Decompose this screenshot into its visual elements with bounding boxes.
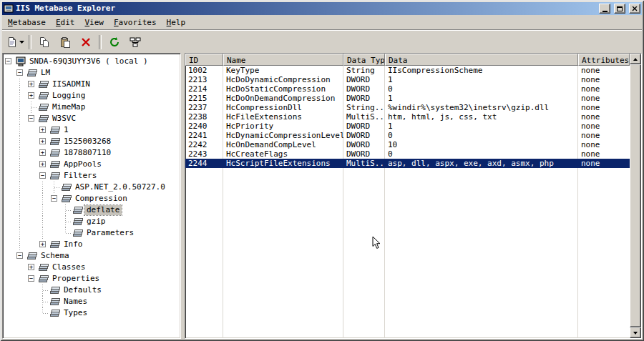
tree-item-label: IISADMIN: [50, 79, 92, 89]
tree-item-classes[interactable]: +Classes: [3, 262, 180, 273]
table-row[interactable]: 1002KeyTypeStringIIsCompressionSchemenon…: [185, 66, 630, 75]
menu-item-favorites[interactable]: Favorites: [109, 16, 162, 29]
vertical-scrollbar[interactable]: [630, 54, 641, 338]
table-row[interactable]: 2214HcDoStaticCompressionDWORD0none: [185, 84, 630, 94]
tree-item-1878807110[interactable]: +1878807110: [3, 147, 180, 159]
table-row[interactable]: 2237HcCompressionDllString...%windir%\sy…: [185, 103, 630, 112]
expand-icon[interactable]: +: [28, 264, 34, 270]
delete-button[interactable]: [76, 34, 96, 50]
menu-item-edit[interactable]: Edit: [51, 16, 80, 29]
tree-item-deflate[interactable]: deflate: [3, 204, 180, 216]
tree-item-info[interactable]: +Info: [3, 239, 180, 250]
table-body[interactable]: 1002KeyTypeStringIIsCompressionSchemenon…: [185, 66, 630, 338]
tree-item-schema[interactable]: −Schema: [3, 250, 180, 262]
metabase-key-icon: [60, 182, 73, 192]
expand-icon[interactable]: +: [39, 241, 46, 247]
expander-cell: −: [37, 170, 49, 182]
collapse-icon[interactable]: −: [16, 252, 23, 259]
tree-guide: [3, 159, 14, 170]
tree-item-filters[interactable]: −Filters: [3, 170, 180, 182]
menu-item-view[interactable]: View: [79, 16, 109, 29]
paste-button[interactable]: [55, 34, 75, 50]
expand-icon[interactable]: +: [39, 138, 46, 144]
tree-item-label: Defaults: [62, 285, 104, 295]
expand-icon[interactable]: +: [39, 149, 46, 156]
column-header-data-type[interactable]: Data Type: [343, 54, 385, 66]
tree-item-apppools[interactable]: +AppPools: [3, 159, 180, 170]
column-header-id[interactable]: ID: [185, 54, 223, 66]
expand-icon[interactable]: +: [39, 127, 46, 133]
tree-item-iisadmin[interactable]: +IISADMIN: [3, 79, 180, 90]
tree-connector: [37, 307, 49, 319]
table-row[interactable]: 2240HcPriorityDWORD1none: [185, 122, 630, 131]
tree-item-defaults[interactable]: Defaults: [3, 285, 180, 296]
column-header-data[interactable]: Data: [385, 54, 578, 66]
tree-guide: [3, 147, 14, 159]
cell-data: 0: [385, 131, 578, 140]
tree-item-1[interactable]: +1: [3, 124, 180, 136]
table-row[interactable]: 2242HcOnDemandCompLevelDWORD10none: [185, 140, 630, 149]
scrollbar-up-button[interactable]: [630, 54, 641, 64]
tree-item-gzip[interactable]: gzip: [3, 216, 180, 227]
expand-icon[interactable]: +: [28, 92, 34, 99]
collapse-icon[interactable]: −: [39, 172, 46, 179]
dropdown-arrow-icon[interactable]: [19, 40, 24, 44]
new-key-button[interactable]: [5, 34, 26, 50]
tree-item-asp-net-2-0-50727-0[interactable]: ASP.NET_2.0.50727.0: [3, 182, 180, 193]
tree-guide: [14, 204, 26, 216]
tree-item-parameters[interactable]: Parameters: [3, 227, 180, 239]
collapse-icon[interactable]: −: [51, 195, 57, 202]
table-row[interactable]: 2241HcDynamicCompressionLevelDWORD0none: [185, 131, 630, 140]
tree-item-1525003268[interactable]: +1525003268: [3, 136, 180, 147]
tree-guide: [37, 216, 49, 227]
tree-guide: [3, 216, 14, 227]
expand-icon[interactable]: +: [28, 81, 34, 87]
tree-guide: [14, 273, 26, 285]
column-header-name[interactable]: Name: [223, 54, 343, 66]
tree-item-label: deflate: [84, 205, 122, 215]
tree-item-mimemap[interactable]: MimeMap: [3, 102, 180, 113]
cell-name: HcDoDynamicCompression: [223, 75, 343, 84]
tree-connector: [60, 227, 72, 239]
tree-item-types[interactable]: Types: [3, 307, 180, 319]
cell-id: 2215: [185, 94, 223, 103]
tree-item-snda-69q3uyy3v6-local[interactable]: −SNDA-69Q3UYY3V6 ( local ): [3, 56, 180, 67]
maximize-button[interactable]: [614, 4, 625, 14]
scrollbar-thumb[interactable]: [630, 64, 641, 327]
copy-button[interactable]: [34, 34, 54, 50]
tree-guide: [14, 113, 26, 124]
menu-item-help[interactable]: Help: [162, 16, 191, 29]
table-row[interactable]: 2238HcFileExtensionsMultiS...htm, html, …: [185, 112, 630, 122]
tree-item-lm[interactable]: −LM: [3, 67, 180, 79]
scrollbar-down-button[interactable]: [630, 327, 641, 338]
menu-item-metabase[interactable]: Metabase: [3, 16, 51, 29]
tree-item-properties[interactable]: −Properties: [3, 273, 180, 285]
collapse-icon[interactable]: −: [16, 69, 23, 76]
collapse-icon[interactable]: −: [28, 115, 34, 122]
close-button[interactable]: [629, 4, 640, 14]
tree-item-compression[interactable]: −Compression: [3, 193, 180, 204]
column-header-attributes[interactable]: Attributes: [578, 54, 630, 66]
title-bar[interactable]: IIS Metabase Explorer: [2, 2, 642, 15]
minimize-button[interactable]: [599, 4, 610, 14]
expand-icon[interactable]: +: [39, 161, 46, 167]
table-row[interactable]: 2243HcCreateFlagsDWORD0none: [185, 149, 630, 159]
connect-button[interactable]: [125, 34, 145, 50]
cell-attrs: none: [578, 84, 630, 94]
app-window: IIS Metabase Explorer MetabaseEditViewFa…: [0, 0, 644, 341]
tree-item-logging[interactable]: +Logging: [3, 90, 180, 102]
table-row[interactable]: 2215HcDoOnDemandCompressionDWORD1none: [185, 94, 630, 103]
collapse-icon[interactable]: −: [28, 275, 34, 282]
tree-item-names[interactable]: Names: [3, 296, 180, 307]
table-row[interactable]: 2213HcDoDynamicCompressionDWORD1none: [185, 75, 630, 84]
tree-guide: [14, 136, 26, 147]
refresh-button[interactable]: [104, 34, 125, 50]
collapse-icon[interactable]: −: [5, 58, 11, 64]
property-list: IDNameData TypeDataAttributes 1002KeyTyp…: [185, 54, 630, 338]
tree-item-w3svc[interactable]: −W3SVC: [3, 113, 180, 124]
paste-icon: [59, 36, 71, 48]
tree-item-label: Properties: [50, 274, 102, 284]
tree-guide: [37, 204, 49, 216]
table-row[interactable]: 2244HcScriptFileExtensionsMultiS...asp, …: [185, 159, 630, 168]
expander-cell: −: [26, 273, 37, 285]
